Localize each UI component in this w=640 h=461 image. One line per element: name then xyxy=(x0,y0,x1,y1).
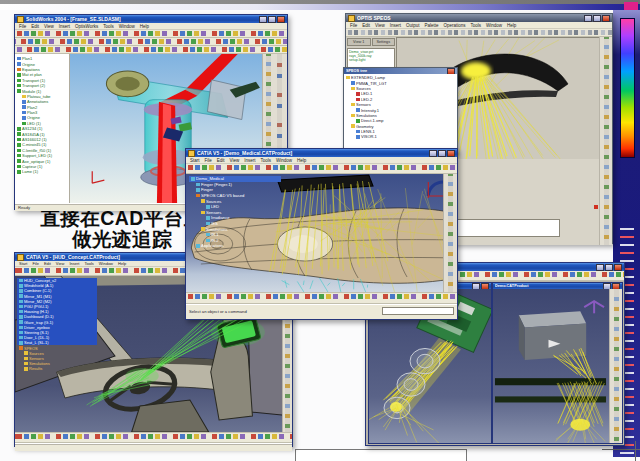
panel-tab[interactable]: View 1 xyxy=(347,38,371,46)
menu-item[interactable]: View xyxy=(44,24,54,29)
tree-item-icon xyxy=(206,205,210,209)
menu-item[interactable]: Window xyxy=(486,23,502,28)
viewport-toolbar-strip[interactable] xyxy=(609,289,622,443)
tree-item-icon xyxy=(19,284,23,288)
tree-item-icon xyxy=(19,326,23,330)
optis-titlebar[interactable]: OPTIS SPEOS xyxy=(346,14,612,22)
tree-item[interactable]: VISOR.1 xyxy=(344,134,457,139)
medical-viewport[interactable]: Demo_Medical Finger (Finger.1) Finger SP… xyxy=(186,174,457,292)
projector-ray-scene xyxy=(493,289,609,443)
menu-item[interactable]: Operations xyxy=(444,23,466,28)
close-icon[interactable] xyxy=(277,16,285,23)
tree-item-icon xyxy=(19,341,23,345)
menu-item[interactable]: Start xyxy=(190,158,200,163)
toolbar-row[interactable] xyxy=(15,30,287,38)
panel-tab[interactable]: Settings xyxy=(372,38,396,46)
status-text: Select an object or a command xyxy=(189,309,247,314)
tree-item-icon xyxy=(346,76,350,80)
bottom-toolbar[interactable] xyxy=(186,292,457,304)
minimize-icon[interactable] xyxy=(584,15,592,22)
close-icon[interactable] xyxy=(602,15,610,22)
menu-item[interactable]: View xyxy=(230,158,240,163)
bottom-text-box xyxy=(295,449,467,461)
menu-item[interactable]: Window xyxy=(119,24,135,29)
minimize-icon[interactable] xyxy=(259,16,267,23)
feature-tree: Plan1 Origine Equations Mat et plan Tran… xyxy=(15,54,70,203)
maximize-icon[interactable] xyxy=(605,264,613,271)
tree-item-icon xyxy=(201,199,205,203)
menu-item[interactable]: View xyxy=(56,261,65,266)
solidworks-titlebar[interactable]: SolidWorks 2004 - [Frame_SE.SLDASM] xyxy=(15,15,287,23)
menu-item[interactable]: File xyxy=(350,23,357,28)
minimize-icon[interactable] xyxy=(596,264,604,271)
command-field[interactable] xyxy=(382,307,454,315)
menu-item[interactable]: Insert xyxy=(390,23,401,28)
tree-item-icon xyxy=(196,183,200,187)
menubar: StartFileEditViewInsertToolsWindowHelp xyxy=(186,157,457,164)
menu-item[interactable]: Edit xyxy=(362,23,370,28)
menu-item[interactable]: Tools xyxy=(471,23,482,28)
tree-item-icon xyxy=(201,227,205,231)
menu-item[interactable]: Help xyxy=(507,23,516,28)
menu-item[interactable]: Edit xyxy=(44,261,51,266)
tree-item[interactable]: Results xyxy=(17,366,97,371)
right-toolbar-strip[interactable] xyxy=(443,174,457,292)
tree-item-icon xyxy=(19,300,23,304)
toolbar-row[interactable] xyxy=(186,164,457,174)
menu-item[interactable]: Insert xyxy=(244,158,255,163)
sensor-slab xyxy=(277,175,373,192)
close-icon[interactable] xyxy=(447,150,455,157)
tree-item[interactable]: Lame (1) xyxy=(15,169,69,174)
yellow-spray xyxy=(555,421,605,443)
menu-item[interactable]: Palette xyxy=(425,23,439,28)
menu-item[interactable]: Insert xyxy=(69,261,79,266)
menu-item[interactable]: Help xyxy=(297,158,306,163)
menu-item[interactable]: Window xyxy=(99,261,113,266)
tree-item-icon xyxy=(17,159,21,163)
menu-item[interactable]: Help xyxy=(118,261,126,266)
maximize-icon[interactable] xyxy=(593,15,601,22)
tree-item-icon xyxy=(24,351,28,355)
projector-viewport[interactable] xyxy=(493,289,622,443)
menu-item[interactable]: Start xyxy=(19,261,27,266)
minimize-icon[interactable] xyxy=(429,150,437,157)
scrollbar-strip[interactable] xyxy=(599,37,612,245)
tree-item[interactable]: Applications xyxy=(189,243,281,249)
tree-item-icon xyxy=(17,62,21,66)
close-icon[interactable] xyxy=(447,68,455,74)
catia-titlebar[interactable]: CATIA V5 - [Demo_Medical.CATProduct] xyxy=(186,149,457,157)
record-icon[interactable] xyxy=(594,205,598,209)
menu-item[interactable]: File xyxy=(205,158,212,163)
tree-item-icon xyxy=(206,222,210,226)
center-console xyxy=(132,400,209,432)
menu-item[interactable]: View xyxy=(375,23,385,28)
menu-item[interactable]: Tools xyxy=(103,24,114,29)
menu-item[interactable]: Tools xyxy=(84,261,93,266)
menu-item[interactable]: OptisWorks xyxy=(75,24,98,29)
menu-item[interactable]: Insert xyxy=(59,24,70,29)
toolbar-row[interactable] xyxy=(15,38,287,46)
menu-item[interactable]: File xyxy=(19,24,26,29)
menu-item[interactable]: Window xyxy=(276,158,292,163)
maximize-icon[interactable] xyxy=(438,150,446,157)
menu-item[interactable]: File xyxy=(32,261,38,266)
file-list-item[interactable]: setup.light xyxy=(349,58,393,62)
bottom-toolbar[interactable] xyxy=(15,432,292,443)
tree-item-icon xyxy=(356,119,360,123)
menu-item[interactable]: Output xyxy=(406,23,420,28)
tree-item-icon xyxy=(17,170,21,174)
menu-item[interactable]: Edit xyxy=(217,158,225,163)
toolbar-row[interactable] xyxy=(15,46,287,54)
compass-icon[interactable] xyxy=(584,301,604,313)
toolbar-row[interactable] xyxy=(346,29,612,37)
menu-item[interactable]: Tools xyxy=(261,158,272,163)
close-icon[interactable] xyxy=(614,264,622,271)
tree-item-icon xyxy=(191,177,195,181)
menu-item[interactable]: Edit xyxy=(31,24,39,29)
maximize-icon[interactable] xyxy=(268,16,276,23)
tree-item-icon xyxy=(17,138,21,142)
status-text: Ready xyxy=(18,205,30,210)
menu-item[interactable]: Help xyxy=(140,24,149,29)
tree-item-icon xyxy=(17,89,21,93)
tree-item-icon xyxy=(19,336,23,340)
